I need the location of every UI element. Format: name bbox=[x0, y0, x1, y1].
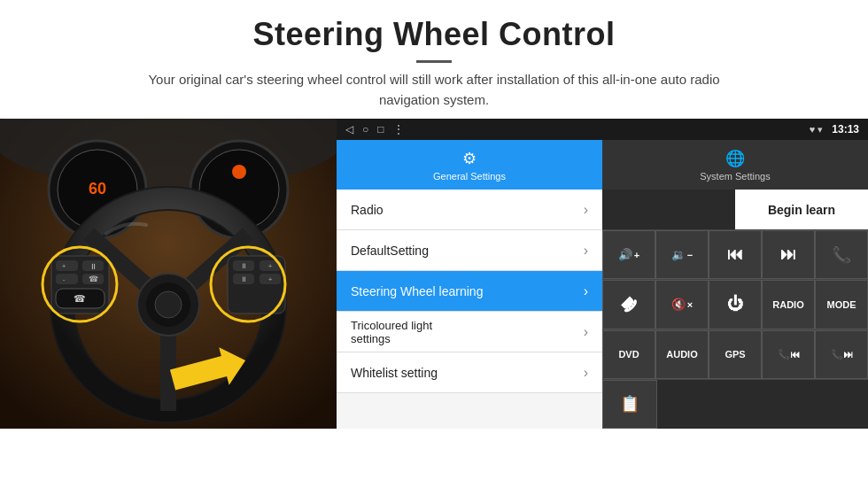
learn-row: Begin learn bbox=[602, 190, 868, 230]
system-settings-icon: 🌐 bbox=[725, 149, 745, 168]
time-display: 13:13 bbox=[832, 123, 859, 135]
svg-text:⏸: ⏸ bbox=[240, 262, 247, 270]
svg-text:+: + bbox=[268, 262, 273, 270]
tel-next-button[interactable]: 📞⏭ bbox=[815, 330, 868, 379]
svg-text:☎: ☎ bbox=[74, 293, 86, 304]
steering-wheel-image: 60 + - ⏸ bbox=[0, 119, 337, 429]
mode-label: MODE bbox=[827, 299, 856, 310]
right-control-panel: Begin learn 🔊+ 🔉− ⏮ bbox=[602, 190, 868, 429]
menu-item-radio[interactable]: Radio › bbox=[337, 190, 602, 230]
vol-up-button[interactable]: 🔊+ bbox=[602, 230, 655, 279]
extra-icon: 📋 bbox=[620, 394, 639, 414]
power-icon: ⏻ bbox=[727, 295, 743, 314]
recent-nav-icon[interactable]: □ bbox=[377, 123, 384, 135]
svg-point-15 bbox=[155, 291, 182, 318]
button-row-4: 📋 bbox=[602, 380, 868, 429]
svg-text:+: + bbox=[268, 275, 273, 283]
top-section: Steering Wheel Control Your original car… bbox=[0, 0, 868, 119]
next-track-button[interactable]: ⏭ bbox=[762, 230, 815, 279]
menu-item-whitelist-label: Whitelist setting bbox=[351, 366, 438, 380]
prev-track-button[interactable]: ⏮ bbox=[709, 230, 762, 279]
title-divider bbox=[416, 60, 452, 63]
button-row-2: ☎ 🔇× ⏻ RADIO MODE bbox=[602, 280, 868, 329]
tab-general[interactable]: ⚙ General Settings bbox=[337, 140, 602, 190]
vol-down-button[interactable]: 🔉− bbox=[655, 230, 709, 279]
device-screen: ◁ ○ □ ⋮ ♥ ▾ 13:13 ⚙ General Settings 🌐 S… bbox=[337, 119, 868, 429]
device-content: Radio › DefaultSetting › Steering Wheel … bbox=[337, 190, 868, 429]
menu-item-tricoloured[interactable]: Tricoloured lightsettings › bbox=[337, 312, 602, 352]
tab-system-label: System Settings bbox=[700, 171, 770, 182]
power-button[interactable]: ⏻ bbox=[709, 280, 762, 329]
audio-button[interactable]: AUDIO bbox=[655, 330, 709, 379]
page-title: Steering Wheel Control bbox=[18, 16, 850, 53]
svg-text:☎: ☎ bbox=[89, 275, 98, 283]
vol-down-icon: 🔉 bbox=[671, 248, 686, 261]
menu-list: Radio › DefaultSetting › Steering Wheel … bbox=[337, 190, 602, 429]
prev-track-icon: ⏮ bbox=[727, 245, 743, 264]
svg-point-7 bbox=[232, 165, 246, 179]
content-area: 60 + - ⏸ bbox=[0, 119, 868, 429]
extra-button[interactable]: 📋 bbox=[602, 380, 657, 429]
svg-text:-: - bbox=[63, 275, 66, 283]
control-button-grid: 🔊+ 🔉− ⏮ ⏭ 📞 bbox=[602, 230, 868, 429]
gps-label: GPS bbox=[725, 349, 745, 360]
svg-text:60: 60 bbox=[89, 180, 106, 197]
svg-rect-17 bbox=[56, 260, 78, 271]
gps-button[interactable]: GPS bbox=[709, 330, 762, 379]
tab-bar: ⚙ General Settings 🌐 System Settings bbox=[337, 140, 868, 190]
home-nav-icon[interactable]: ○ bbox=[362, 123, 368, 135]
phone-button[interactable]: 📞 bbox=[815, 230, 868, 279]
menu-item-tricoloured-chevron: › bbox=[584, 324, 588, 340]
next-track-icon: ⏭ bbox=[780, 245, 796, 264]
menu-item-tricoloured-label: Tricoloured lightsettings bbox=[351, 319, 432, 345]
back-nav-icon[interactable]: ◁ bbox=[345, 123, 353, 135]
radio-label: RADIO bbox=[772, 299, 803, 310]
status-bar: ◁ ○ □ ⋮ ♥ ▾ 13:13 bbox=[337, 119, 868, 140]
radio-mode-button[interactable]: RADIO bbox=[762, 280, 815, 329]
menu-item-radio-label: Radio bbox=[351, 203, 384, 217]
status-indicators: ♥ ▾ 13:13 bbox=[810, 123, 859, 135]
begin-learn-button[interactable]: Begin learn bbox=[735, 190, 868, 229]
menu-item-radio-chevron: › bbox=[584, 202, 588, 218]
empty-area bbox=[657, 380, 868, 429]
menu-nav-icon[interactable]: ⋮ bbox=[393, 123, 404, 135]
menu-item-steering-chevron: › bbox=[584, 283, 588, 299]
tab-general-label: General Settings bbox=[433, 171, 506, 182]
menu-item-whitelist[interactable]: Whitelist setting › bbox=[337, 352, 602, 393]
menu-item-default-chevron: › bbox=[584, 243, 588, 259]
svg-rect-18 bbox=[56, 274, 78, 284]
menu-item-default[interactable]: DefaultSetting › bbox=[337, 230, 602, 271]
dvd-button[interactable]: DVD bbox=[602, 330, 655, 379]
dvd-label: DVD bbox=[618, 349, 639, 360]
mode-button[interactable]: MODE bbox=[815, 280, 868, 329]
vol-up-icon: 🔊 bbox=[618, 248, 632, 261]
hang-up-icon: ☎ bbox=[616, 292, 641, 317]
menu-item-steering-label: Steering Wheel learning bbox=[351, 284, 483, 298]
menu-item-whitelist-chevron: › bbox=[584, 365, 588, 381]
hang-up-button[interactable]: ☎ bbox=[602, 280, 655, 329]
button-row-1: 🔊+ 🔉− ⏮ ⏭ 📞 bbox=[602, 230, 868, 280]
svg-text:+: + bbox=[62, 262, 66, 270]
mute-icon: 🔇 bbox=[671, 298, 686, 311]
menu-item-steering[interactable]: Steering Wheel learning › bbox=[337, 271, 602, 312]
audio-label: AUDIO bbox=[666, 349, 697, 360]
tel-next-icon: 📞⏭ bbox=[831, 349, 853, 360]
empty-cell bbox=[602, 190, 735, 229]
general-settings-icon: ⚙ bbox=[462, 149, 477, 168]
tab-system[interactable]: 🌐 System Settings bbox=[602, 140, 868, 190]
svg-text:⏸: ⏸ bbox=[89, 262, 97, 271]
button-row-3: DVD AUDIO GPS 📞⏮ 📞⏭ bbox=[602, 330, 868, 380]
signal-indicator: ♥ ▾ bbox=[810, 124, 824, 135]
svg-text:⏸: ⏸ bbox=[240, 275, 247, 283]
tel-prev-icon: 📞⏮ bbox=[778, 349, 800, 360]
page-subtitle: Your original car's steering wheel contr… bbox=[124, 70, 744, 110]
menu-item-default-label: DefaultSetting bbox=[351, 244, 429, 258]
mute-button[interactable]: 🔇× bbox=[655, 280, 709, 329]
phone-icon: 📞 bbox=[832, 245, 851, 265]
tel-prev-button[interactable]: 📞⏮ bbox=[762, 330, 815, 379]
status-bar-left: ◁ ○ □ ⋮ bbox=[345, 123, 404, 135]
